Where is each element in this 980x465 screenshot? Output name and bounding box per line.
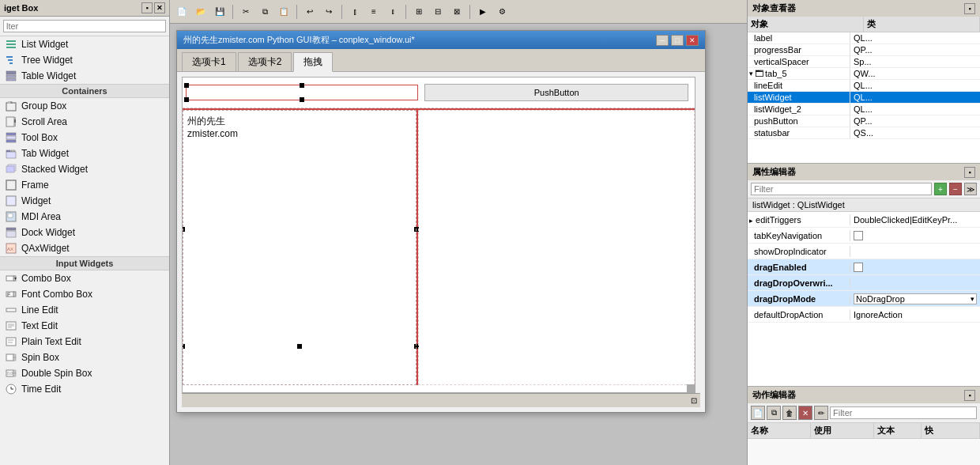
mdi-area-item[interactable]: MDI Area (0, 209, 169, 225)
align-right[interactable]: ⫾ (384, 3, 401, 21)
open-button[interactable]: 📂 (192, 3, 209, 21)
action-del-btn[interactable]: 🗑 (782, 406, 797, 420)
prop-row-dragdropoverwri[interactable]: dragDropOverwri... (748, 275, 980, 291)
action-edit-btn[interactable]: ✏ (814, 406, 828, 420)
list-widget-label: List Widget (21, 39, 68, 50)
expand-arrow-tab5: ▾ (749, 70, 753, 78)
obj-row-statusbar[interactable]: statusbar QS... (748, 127, 980, 139)
resize-handle[interactable] (687, 384, 695, 392)
tabkey-checkbox[interactable] (854, 231, 863, 240)
plain-text-edit-item[interactable]: Plain Text Edit (0, 334, 169, 350)
dragdropmode-dropdown[interactable]: NoDragDrop ▾ (854, 293, 977, 304)
prop-row-dragdropmode[interactable]: dragDropMode NoDragDrop ▾ (748, 291, 980, 307)
time-edit-item[interactable]: Time Edit (0, 381, 169, 397)
prop-row-showdrop[interactable]: showDropIndicator (748, 244, 980, 259)
time-edit-label: Time Edit (21, 384, 61, 395)
grid-button[interactable]: ⊞ (410, 3, 428, 21)
close-window-button[interactable]: ✕ (686, 35, 699, 46)
widget-item[interactable]: Widget (0, 193, 169, 209)
qax-widget-item[interactable]: AX QAxWidget (0, 240, 169, 256)
font-combo-box-item[interactable]: F Font Combo Box (0, 286, 169, 302)
copy-button[interactable]: ⧉ (256, 3, 273, 21)
svg-rect-23 (6, 180, 16, 190)
stacked-widget-item[interactable]: Stacked Widget (0, 161, 169, 177)
tab-widget-item[interactable]: Tab Widget (0, 146, 169, 161)
action-new-btn[interactable]: 📄 (751, 406, 765, 420)
close-panel-button[interactable]: ✕ (154, 2, 165, 13)
obj-row-lineedit[interactable]: lineEdit QL... (748, 80, 980, 92)
dock-widget-item[interactable]: Dock Widget (0, 225, 169, 240)
tab-3[interactable]: 拖拽 (293, 52, 333, 72)
scroll-area-item[interactable]: Scroll Area (0, 114, 169, 130)
obj-row-vspacer[interactable]: verticalSpacer Sp... (748, 56, 980, 68)
prop-row-edittriggers[interactable]: ▸ editTriggers DoubleClicked|EditKeyPr..… (748, 212, 980, 228)
list-item[interactable]: List Widget (0, 36, 169, 52)
line-edit-item[interactable]: Line Edit (0, 302, 169, 318)
push-button-widget[interactable]: PushButton (424, 84, 688, 101)
settings-button[interactable]: ⚙ (493, 3, 511, 21)
frame-item[interactable]: Frame (0, 177, 169, 193)
action-filter-input[interactable] (830, 406, 977, 419)
undo-button[interactable]: ↩ (301, 3, 318, 21)
prop-editor-header: 属性编辑器 ▪ (748, 164, 980, 180)
design-canvas[interactable]: PushButton (182, 77, 695, 393)
save-button[interactable]: 💾 (211, 3, 228, 21)
align-center[interactable]: ≡ (365, 3, 383, 21)
group-box-item[interactable]: GB Group Box (0, 98, 169, 114)
view-button[interactable]: ⊠ (448, 3, 466, 21)
stacked-widget-icon (5, 163, 17, 176)
cut-button[interactable]: ✂ (237, 3, 254, 21)
new-button[interactable]: 📄 (173, 3, 190, 21)
spin-box-item[interactable]: Spin Box (0, 350, 169, 365)
table-item[interactable]: Table Widget (0, 68, 169, 84)
paste-button[interactable]: 📋 (275, 3, 292, 21)
align-left[interactable]: ⫿ (346, 3, 364, 21)
prop-more-button[interactable]: ≫ (964, 183, 977, 195)
frame-label: Frame (21, 180, 49, 191)
grid2-button[interactable]: ⊟ (429, 3, 447, 21)
center-area: 📄 📂 💾 ✂ ⧉ 📋 ↩ ↪ ⫿ ≡ ⫾ ⊞ ⊟ ⊠ ▶ ⚙ 州的先生zmis… (170, 0, 747, 465)
obj-row-pushbutton[interactable]: pushButton QP... (748, 115, 980, 127)
obj-inspector-pin[interactable]: ▪ (964, 3, 975, 14)
prop-remove-button[interactable]: − (949, 183, 962, 195)
prop-add-button[interactable]: + (934, 183, 947, 195)
obj-row-tab5[interactable]: ▾ 🗔 tab_5 QW... (748, 68, 980, 80)
window-titlebar: 州的先生zmister.com Python GUI教程 – conplex_w… (177, 31, 705, 49)
text-edit-item[interactable]: Text Edit (0, 318, 169, 334)
dock-widget-icon (5, 226, 17, 239)
action-delete-btn[interactable]: ✕ (798, 406, 812, 420)
prop-filter-input[interactable] (751, 183, 932, 195)
double-spin-box-item[interactable]: 0.0 Double Spin Box (0, 365, 169, 381)
play-button[interactable]: ▶ (474, 3, 492, 21)
filter-input[interactable] (3, 20, 166, 32)
minimize-button[interactable]: ─ (656, 35, 669, 46)
obj-name-listwidget2: listWidget_2 (748, 104, 850, 115)
tree-item[interactable]: Tree Widget (0, 52, 169, 68)
prop-row-defaultdropaction[interactable]: defaultDropAction IgnoreAction (748, 307, 980, 323)
tab-2[interactable]: 选项卡2 (238, 52, 292, 71)
svg-rect-45 (6, 354, 13, 361)
combo-box-item[interactable]: ▾ Combo Box (0, 270, 169, 286)
stacked-widget-label: Stacked Widget (21, 164, 88, 175)
pin-button[interactable]: ▪ (141, 2, 153, 13)
obj-name-vspacer: verticalSpacer (748, 56, 850, 67)
obj-row-label[interactable]: label QL... (748, 32, 980, 44)
prop-row-dragenabled[interactable]: dragEnabled (748, 259, 980, 275)
widget-list: List Widget Tree Widget Table Widget Con… (0, 36, 169, 465)
text-edit-label: Text Edit (21, 320, 58, 331)
tab-1[interactable]: 选项卡1 (182, 52, 236, 71)
dragenabled-checkbox[interactable] (854, 263, 863, 272)
tool-box-item[interactable]: Tool Box (0, 130, 169, 146)
action-editor-pin[interactable]: ▪ (964, 390, 975, 401)
prop-editor-pin[interactable]: ▪ (964, 167, 975, 178)
redo-button[interactable]: ↪ (320, 3, 337, 21)
tool-box-icon (5, 131, 17, 144)
window-tabs: 选项卡1 选项卡2 拖拽 (177, 49, 705, 72)
svg-rect-7 (6, 75, 16, 78)
action-copy-btn[interactable]: ⧉ (767, 406, 781, 420)
obj-row-progressbar[interactable]: progressBar QP... (748, 44, 980, 56)
maximize-button[interactable]: □ (671, 35, 684, 46)
obj-row-listwidget2[interactable]: listWidget_2 QL... (748, 104, 980, 115)
prop-row-tabkey[interactable]: tabKeyNavigation (748, 228, 980, 244)
obj-row-listwidget[interactable]: listWidget QL... (748, 92, 980, 104)
